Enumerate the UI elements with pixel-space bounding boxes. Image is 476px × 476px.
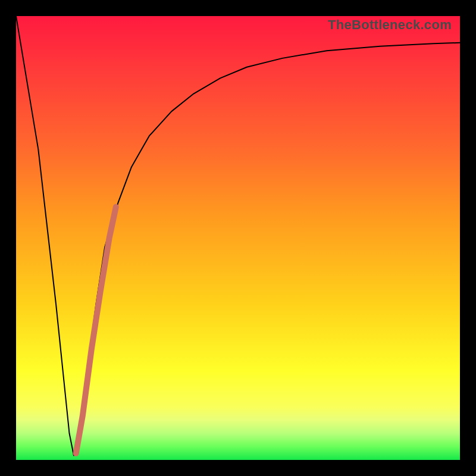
highlight-segment: [76, 207, 116, 453]
chart-frame: TheBottleneck.com: [0, 0, 476, 476]
plot-area: TheBottleneck.com: [16, 16, 460, 460]
chart-svg: [16, 16, 460, 460]
bottleneck-curve: [16, 16, 460, 456]
